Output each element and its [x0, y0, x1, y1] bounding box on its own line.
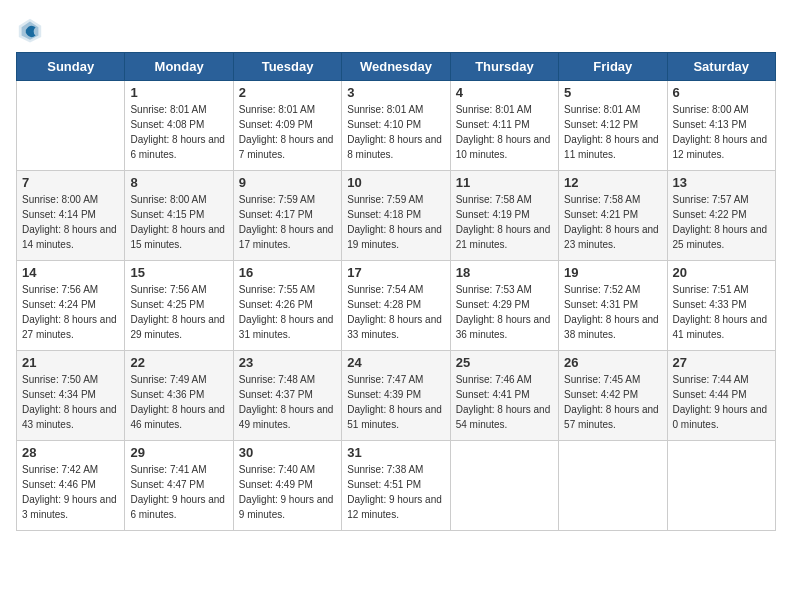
col-saturday: Saturday — [667, 53, 775, 81]
cell-info: Sunrise: 7:55 AMSunset: 4:26 PMDaylight:… — [239, 282, 336, 342]
table-row: 30Sunrise: 7:40 AMSunset: 4:49 PMDayligh… — [233, 441, 341, 531]
cell-info: Sunrise: 7:40 AMSunset: 4:49 PMDaylight:… — [239, 462, 336, 522]
cell-info: Sunrise: 7:59 AMSunset: 4:18 PMDaylight:… — [347, 192, 444, 252]
day-number: 27 — [673, 355, 770, 370]
day-number: 24 — [347, 355, 444, 370]
cell-info: Sunrise: 8:01 AMSunset: 4:09 PMDaylight:… — [239, 102, 336, 162]
day-number: 7 — [22, 175, 119, 190]
table-row: 13Sunrise: 7:57 AMSunset: 4:22 PMDayligh… — [667, 171, 775, 261]
calendar-table: Sunday Monday Tuesday Wednesday Thursday… — [16, 52, 776, 531]
cell-info: Sunrise: 8:00 AMSunset: 4:14 PMDaylight:… — [22, 192, 119, 252]
day-number: 11 — [456, 175, 553, 190]
table-row: 16Sunrise: 7:55 AMSunset: 4:26 PMDayligh… — [233, 261, 341, 351]
table-row: 5Sunrise: 8:01 AMSunset: 4:12 PMDaylight… — [559, 81, 667, 171]
cell-info: Sunrise: 7:50 AMSunset: 4:34 PMDaylight:… — [22, 372, 119, 432]
table-row: 25Sunrise: 7:46 AMSunset: 4:41 PMDayligh… — [450, 351, 558, 441]
table-row: 29Sunrise: 7:41 AMSunset: 4:47 PMDayligh… — [125, 441, 233, 531]
table-row: 3Sunrise: 8:01 AMSunset: 4:10 PMDaylight… — [342, 81, 450, 171]
day-number: 16 — [239, 265, 336, 280]
cell-info: Sunrise: 7:42 AMSunset: 4:46 PMDaylight:… — [22, 462, 119, 522]
table-row: 8Sunrise: 8:00 AMSunset: 4:15 PMDaylight… — [125, 171, 233, 261]
cell-info: Sunrise: 8:01 AMSunset: 4:08 PMDaylight:… — [130, 102, 227, 162]
day-number: 13 — [673, 175, 770, 190]
table-row: 9Sunrise: 7:59 AMSunset: 4:17 PMDaylight… — [233, 171, 341, 261]
table-row: 18Sunrise: 7:53 AMSunset: 4:29 PMDayligh… — [450, 261, 558, 351]
table-row — [17, 81, 125, 171]
cell-info: Sunrise: 7:53 AMSunset: 4:29 PMDaylight:… — [456, 282, 553, 342]
day-number: 10 — [347, 175, 444, 190]
day-number: 15 — [130, 265, 227, 280]
table-row: 31Sunrise: 7:38 AMSunset: 4:51 PMDayligh… — [342, 441, 450, 531]
day-number: 8 — [130, 175, 227, 190]
table-row: 12Sunrise: 7:58 AMSunset: 4:21 PMDayligh… — [559, 171, 667, 261]
cell-info: Sunrise: 7:58 AMSunset: 4:21 PMDaylight:… — [564, 192, 661, 252]
table-row: 6Sunrise: 8:00 AMSunset: 4:13 PMDaylight… — [667, 81, 775, 171]
day-number: 22 — [130, 355, 227, 370]
cell-info: Sunrise: 8:00 AMSunset: 4:13 PMDaylight:… — [673, 102, 770, 162]
cell-info: Sunrise: 7:56 AMSunset: 4:24 PMDaylight:… — [22, 282, 119, 342]
cell-info: Sunrise: 7:48 AMSunset: 4:37 PMDaylight:… — [239, 372, 336, 432]
week-row-1: 7Sunrise: 8:00 AMSunset: 4:14 PMDaylight… — [17, 171, 776, 261]
day-number: 28 — [22, 445, 119, 460]
col-friday: Friday — [559, 53, 667, 81]
table-row: 17Sunrise: 7:54 AMSunset: 4:28 PMDayligh… — [342, 261, 450, 351]
table-row: 11Sunrise: 7:58 AMSunset: 4:19 PMDayligh… — [450, 171, 558, 261]
day-number: 29 — [130, 445, 227, 460]
table-row: 19Sunrise: 7:52 AMSunset: 4:31 PMDayligh… — [559, 261, 667, 351]
week-row-0: 1Sunrise: 8:01 AMSunset: 4:08 PMDaylight… — [17, 81, 776, 171]
week-row-2: 14Sunrise: 7:56 AMSunset: 4:24 PMDayligh… — [17, 261, 776, 351]
table-row: 4Sunrise: 8:01 AMSunset: 4:11 PMDaylight… — [450, 81, 558, 171]
table-row: 14Sunrise: 7:56 AMSunset: 4:24 PMDayligh… — [17, 261, 125, 351]
table-row: 20Sunrise: 7:51 AMSunset: 4:33 PMDayligh… — [667, 261, 775, 351]
cell-info: Sunrise: 7:57 AMSunset: 4:22 PMDaylight:… — [673, 192, 770, 252]
col-wednesday: Wednesday — [342, 53, 450, 81]
header-row: Sunday Monday Tuesday Wednesday Thursday… — [17, 53, 776, 81]
cell-info: Sunrise: 7:49 AMSunset: 4:36 PMDaylight:… — [130, 372, 227, 432]
col-thursday: Thursday — [450, 53, 558, 81]
col-sunday: Sunday — [17, 53, 125, 81]
table-row: 28Sunrise: 7:42 AMSunset: 4:46 PMDayligh… — [17, 441, 125, 531]
cell-info: Sunrise: 7:46 AMSunset: 4:41 PMDaylight:… — [456, 372, 553, 432]
day-number: 30 — [239, 445, 336, 460]
day-number: 1 — [130, 85, 227, 100]
day-number: 4 — [456, 85, 553, 100]
day-number: 20 — [673, 265, 770, 280]
table-row: 22Sunrise: 7:49 AMSunset: 4:36 PMDayligh… — [125, 351, 233, 441]
cell-info: Sunrise: 7:47 AMSunset: 4:39 PMDaylight:… — [347, 372, 444, 432]
cell-info: Sunrise: 8:01 AMSunset: 4:10 PMDaylight:… — [347, 102, 444, 162]
day-number: 18 — [456, 265, 553, 280]
cell-info: Sunrise: 7:44 AMSunset: 4:44 PMDaylight:… — [673, 372, 770, 432]
table-row: 21Sunrise: 7:50 AMSunset: 4:34 PMDayligh… — [17, 351, 125, 441]
table-row: 1Sunrise: 8:01 AMSunset: 4:08 PMDaylight… — [125, 81, 233, 171]
cell-info: Sunrise: 7:51 AMSunset: 4:33 PMDaylight:… — [673, 282, 770, 342]
col-monday: Monday — [125, 53, 233, 81]
cell-info: Sunrise: 7:59 AMSunset: 4:17 PMDaylight:… — [239, 192, 336, 252]
day-number: 26 — [564, 355, 661, 370]
cell-info: Sunrise: 7:54 AMSunset: 4:28 PMDaylight:… — [347, 282, 444, 342]
day-number: 9 — [239, 175, 336, 190]
table-row — [450, 441, 558, 531]
day-number: 25 — [456, 355, 553, 370]
day-number: 19 — [564, 265, 661, 280]
logo-icon — [16, 16, 44, 44]
table-row: 2Sunrise: 8:01 AMSunset: 4:09 PMDaylight… — [233, 81, 341, 171]
cell-info: Sunrise: 8:01 AMSunset: 4:12 PMDaylight:… — [564, 102, 661, 162]
table-row: 27Sunrise: 7:44 AMSunset: 4:44 PMDayligh… — [667, 351, 775, 441]
day-number: 2 — [239, 85, 336, 100]
day-number: 17 — [347, 265, 444, 280]
cell-info: Sunrise: 8:01 AMSunset: 4:11 PMDaylight:… — [456, 102, 553, 162]
logo — [16, 16, 48, 44]
cell-info: Sunrise: 7:38 AMSunset: 4:51 PMDaylight:… — [347, 462, 444, 522]
cell-info: Sunrise: 8:00 AMSunset: 4:15 PMDaylight:… — [130, 192, 227, 252]
day-number: 5 — [564, 85, 661, 100]
cell-info: Sunrise: 7:45 AMSunset: 4:42 PMDaylight:… — [564, 372, 661, 432]
day-number: 14 — [22, 265, 119, 280]
table-row: 23Sunrise: 7:48 AMSunset: 4:37 PMDayligh… — [233, 351, 341, 441]
table-row: 7Sunrise: 8:00 AMSunset: 4:14 PMDaylight… — [17, 171, 125, 261]
day-number: 6 — [673, 85, 770, 100]
day-number: 23 — [239, 355, 336, 370]
table-row: 24Sunrise: 7:47 AMSunset: 4:39 PMDayligh… — [342, 351, 450, 441]
day-number: 3 — [347, 85, 444, 100]
day-number: 21 — [22, 355, 119, 370]
col-tuesday: Tuesday — [233, 53, 341, 81]
